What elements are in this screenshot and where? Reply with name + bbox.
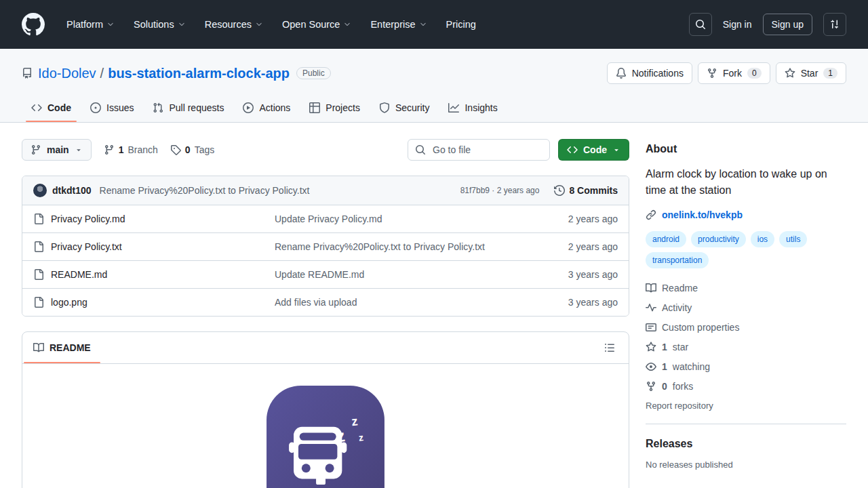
code-dropdown-button[interactable]: Code <box>558 139 629 161</box>
stars-meta-link[interactable]: 1star <box>646 340 846 354</box>
triangle-down-icon <box>75 146 83 154</box>
tab-label: Code <box>47 102 71 113</box>
topic-pill[interactable]: transportation <box>646 252 709 268</box>
nav-item-platform[interactable]: Platform <box>66 19 115 30</box>
notifications-button[interactable]: Notifications <box>607 62 692 84</box>
file-row[interactable]: Privacy Policy.md Update Privacy Policy.… <box>22 205 629 232</box>
sign-in-link[interactable]: Sign in <box>723 19 752 30</box>
go-to-file-input[interactable] <box>431 144 542 156</box>
about-sidebar: About Alarm clock by location to wake up… <box>646 139 846 488</box>
star-label: Star <box>801 68 818 79</box>
topic-pill[interactable]: utils <box>779 231 807 247</box>
file-commit-message-link[interactable]: Rename Privacy%20Policy.txt to Privacy P… <box>275 241 536 252</box>
topic-pill[interactable]: android <box>646 231 686 247</box>
commit-message-link[interactable]: Rename Privacy%20Policy.txt to Privacy P… <box>100 185 455 196</box>
app-logo-image: z z z <box>258 386 393 488</box>
fork-icon <box>646 381 656 392</box>
file-row[interactable]: logo.png Add files via upload 3 years ag… <box>22 288 629 316</box>
commit-age: 2 years ago <box>497 186 540 195</box>
pulse-icon <box>646 302 656 313</box>
tab-security[interactable]: Security <box>370 94 439 122</box>
commit-history-link[interactable]: 8 Commits <box>554 185 618 196</box>
repo-meta-list: Readme Activity Custom properties 1star … <box>646 281 846 394</box>
nav-item-label: Resources <box>205 19 252 30</box>
repo-name-link[interactable]: bus-station-alarm-clock-app <box>108 66 290 81</box>
file-name-link[interactable]: Privacy Policy.md <box>51 214 125 224</box>
tab-pull-requests[interactable]: Pull requests <box>143 94 233 122</box>
tab-code[interactable]: Code <box>22 94 81 122</box>
sign-up-button[interactable]: Sign up <box>763 14 812 35</box>
branch-toolbar: main 1 Branch 0 Tags <box>22 139 629 161</box>
branch-count: 1 <box>119 144 124 155</box>
file-name-link[interactable]: logo.png <box>51 297 87 308</box>
avatar[interactable] <box>33 184 47 197</box>
file-age: 2 years ago <box>536 214 618 224</box>
nav-item-pricing[interactable]: Pricing <box>446 19 476 30</box>
file-name-link[interactable]: README.md <box>51 269 107 280</box>
file-row[interactable]: Privacy Policy.txt Rename Privacy%20Poli… <box>22 232 629 260</box>
shield-icon <box>379 102 390 113</box>
file-name-link[interactable]: Privacy Policy.txt <box>51 241 122 252</box>
topic-pill[interactable]: ios <box>751 231 774 247</box>
report-repository-link[interactable]: Report repository <box>646 401 713 411</box>
file-commit-message-link[interactable]: Add files via upload <box>275 297 536 308</box>
repo-separator: / <box>100 66 104 81</box>
commit-sha-age[interactable]: 81f7bb9 · 2 years ago <box>460 186 540 195</box>
tab-actions[interactable]: Actions <box>233 94 300 122</box>
website-link[interactable]: onelink.to/hvekpb <box>662 209 743 220</box>
file-commit-message-link[interactable]: Update README.md <box>275 269 536 280</box>
meta-label: star <box>673 342 688 352</box>
nav-item-resources[interactable]: Resources <box>205 19 263 30</box>
branch-selector-button[interactable]: main <box>22 139 92 161</box>
file-table: dtkdt100 Rename Privacy%20Policy.txt to … <box>22 176 629 317</box>
primary-nav: Platform Solutions Resources Open Source… <box>66 19 476 30</box>
watchers-meta-link[interactable]: 1watching <box>646 359 846 374</box>
star-button[interactable]: Star1 <box>776 62 846 84</box>
search-button[interactable] <box>689 13 712 36</box>
file-row[interactable]: README.md Update README.md 3 years ago <box>22 260 629 288</box>
nav-item-open-source[interactable]: Open Source <box>282 19 351 30</box>
tab-insights[interactable]: Insights <box>439 94 507 122</box>
tab-issues[interactable]: Issues <box>81 94 143 122</box>
file-commit-message-link[interactable]: Update Privacy Policy.md <box>275 214 536 224</box>
nav-item-label: Enterprise <box>370 19 415 30</box>
fork-button[interactable]: Fork0 <box>698 62 770 84</box>
topic-pill[interactable]: productivity <box>691 231 746 247</box>
commit-author-link[interactable]: dtkdt100 <box>52 185 92 196</box>
releases-empty-text: No releases published <box>646 460 846 470</box>
nav-item-solutions[interactable]: Solutions <box>134 19 186 30</box>
git-branch-icon <box>31 144 41 155</box>
forks-meta-link[interactable]: 0forks <box>646 379 846 394</box>
tab-projects[interactable]: Projects <box>300 94 370 122</box>
github-logo-icon[interactable] <box>22 13 45 36</box>
outline-button[interactable] <box>600 338 619 357</box>
releases-heading: Releases <box>646 438 846 450</box>
branch-count-label: Branch <box>127 144 157 155</box>
custom-properties-meta-link[interactable]: Custom properties <box>646 320 846 335</box>
readme-tab[interactable]: README <box>22 332 102 363</box>
latest-commit-bar: dtkdt100 Rename Privacy%20Policy.txt to … <box>22 176 629 205</box>
search-icon <box>695 19 706 30</box>
repo-actions: Notifications Fork0 Star1 <box>607 62 846 84</box>
file-icon <box>33 269 44 280</box>
nav-item-label: Pricing <box>446 19 476 30</box>
bell-icon <box>616 68 627 79</box>
meta-label: forks <box>673 381 693 392</box>
meta-label: Custom properties <box>662 322 739 333</box>
issue-opened-icon <box>90 102 101 113</box>
appearance-settings-button[interactable] <box>823 13 846 36</box>
nav-item-enterprise[interactable]: Enterprise <box>370 19 427 30</box>
tags-link[interactable]: 0 Tags <box>170 144 214 155</box>
readme-tab-label: README <box>50 342 91 353</box>
file-icon <box>33 241 44 252</box>
repo-owner-link[interactable]: Ido-Dolev <box>38 66 96 81</box>
branches-link[interactable]: 1 Branch <box>104 144 158 155</box>
star-count: 1 <box>823 68 837 79</box>
book-icon <box>33 342 44 353</box>
notifications-label: Notifications <box>632 68 684 79</box>
code-icon <box>567 144 578 155</box>
activity-meta-link[interactable]: Activity <box>646 300 846 315</box>
tag-count: 0 <box>185 144 191 155</box>
readme-meta-link[interactable]: Readme <box>646 281 846 296</box>
history-icon <box>554 185 565 196</box>
